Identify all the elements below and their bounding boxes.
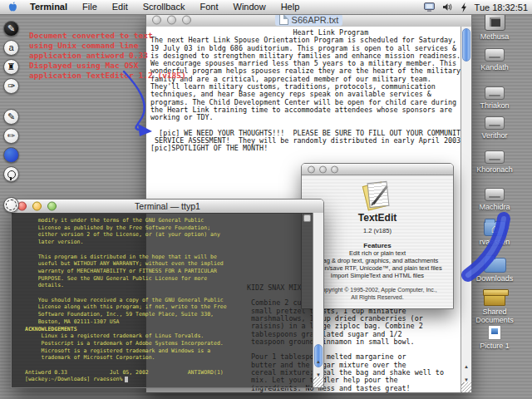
desktop-icon-kandath[interactable]: Kandath	[463, 48, 526, 71]
desktop-icon-downloads[interactable]: Downloads	[463, 258, 526, 283]
close-button-inactive[interactable]	[152, 15, 161, 24]
terminal-window-title: Terminal — ttyp1	[135, 201, 200, 211]
terminal-titlebar[interactable]: Terminal — ttyp1	[12, 200, 323, 214]
menu-clock[interactable]: Tue 18:32:51	[475, 2, 528, 12]
home-folder-icon: ⌂	[484, 221, 506, 236]
menu-window[interactable]: Window	[226, 0, 273, 14]
features-title: Features	[302, 242, 453, 249]
hard-drive-icon	[485, 116, 505, 130]
image-file-icon	[488, 325, 501, 340]
textedit-scrollbar-thumb[interactable]	[462, 28, 470, 62]
hard-drive-icon	[485, 86, 505, 100]
terminal-widget-button[interactable]	[303, 214, 311, 222]
pencil-tool-icon[interactable]: ✏	[3, 128, 19, 144]
annotation-toolbar: ✎ a ♜ ✑ ✎ ✏	[3, 21, 19, 216]
document-icon	[279, 14, 288, 25]
terminal-text-area[interactable]: modify it under the terms of the GNU Gen…	[12, 213, 313, 387]
menu-font[interactable]: Font	[192, 0, 225, 14]
feature-item: Edit rich or plain text	[302, 249, 453, 257]
desktop-icon-methusa[interactable]: Methusa	[463, 13, 526, 41]
marker-tool-icon[interactable]: ✎	[3, 21, 19, 37]
terminal-resize-grip[interactable]	[313, 377, 323, 387]
desktop-icon-rvaessen[interactable]: ⌂ rvaessen	[463, 221, 526, 246]
desktop-icon-verithor[interactable]: Verithor	[463, 116, 526, 140]
hard-drive-icon	[485, 48, 505, 62]
volume-icon[interactable]	[442, 2, 453, 12]
color-swatch-blue-icon[interactable]	[3, 147, 19, 163]
power-icon[interactable]	[461, 2, 467, 12]
scroll-up-arrow-icon[interactable]: ▲	[464, 364, 469, 369]
zoom-button[interactable]	[47, 202, 57, 211]
menu-bar: Terminal File Edit Scrollback Font Windo…	[0, 0, 532, 15]
app-version: 1.2 (v185)	[302, 227, 453, 234]
close-button-inactive[interactable]	[308, 165, 315, 173]
hard-drive-icon	[485, 188, 505, 201]
terminal-scrollbar[interactable]: ▲ ▼	[313, 213, 323, 387]
minimize-button-inactive[interactable]	[167, 15, 176, 24]
removable-disk-icon	[485, 13, 505, 31]
apple-logo-icon	[7, 2, 17, 12]
desktop-icon-khoronach[interactable]: Khoronach	[463, 150, 526, 174]
window-title-chip: S66APR.txt	[275, 14, 343, 26]
feature-item: Drag & drop text, graphics, and attachme…	[302, 257, 453, 264]
annotation-note: Document converted to text using Unix co…	[29, 31, 186, 81]
about-content: TextEdit 1.2 (v185) Features Edit rich o…	[302, 175, 453, 308]
minimize-button-inactive[interactable]	[319, 165, 327, 173]
menu-file[interactable]: File	[75, 0, 105, 14]
about-titlebar[interactable]	[302, 164, 453, 175]
terminal-prompt: [wackey:~/Downloads] rvaessen%	[25, 376, 122, 383]
terminal-output-top: modify it under the terms of the GNU Gen…	[25, 217, 309, 326]
terminal-cursor	[125, 377, 128, 382]
textedit-scrollbar[interactable]: ▲ ▼	[461, 27, 471, 392]
desktop-icon-picture-1[interactable]: Picture 1	[463, 325, 526, 350]
hard-drive-icon	[485, 150, 505, 164]
menu-scrollback[interactable]: Scrollback	[135, 0, 193, 14]
desktop: Terminal File Edit Scrollback Font Windo…	[0, 0, 532, 399]
menu-help[interactable]: Help	[273, 0, 308, 14]
displays-icon[interactable]	[424, 2, 435, 12]
feature-item: Import SimpleText and HTML files	[302, 272, 453, 279]
pen-nib-tool-icon[interactable]: ✑	[3, 78, 19, 94]
scroll-up-arrow-icon[interactable]: ▲	[316, 359, 321, 364]
rights-line: All Rights Reserved.	[302, 294, 453, 302]
app-name: TextEdit	[302, 212, 453, 224]
textedit-window-title: S66APR.txt	[292, 15, 339, 25]
menu-terminal[interactable]: Terminal	[22, 0, 75, 14]
feature-item: Open/save RTF, Unicode™, and plain text …	[302, 264, 453, 272]
minimize-button[interactable]	[32, 202, 42, 211]
terminal-window: Terminal — ttyp1 modify it under the ter…	[11, 199, 324, 388]
stamp-tool-icon[interactable]: ♜	[3, 59, 19, 75]
selection-tool-icon[interactable]	[3, 197, 19, 213]
magnifier-tool-icon[interactable]	[3, 166, 19, 182]
package-box-icon	[484, 293, 505, 306]
terminal-ack-heading: ACKNOWLEDGEMENTS	[25, 326, 309, 333]
desktop-icon-machidra[interactable]: Machidra	[463, 188, 526, 211]
text-tool-icon[interactable]: a	[3, 40, 19, 56]
folder-icon	[484, 258, 506, 273]
desktop-icon-thriakon[interactable]: Thriakon	[463, 86, 526, 110]
apple-menu[interactable]	[0, 2, 22, 12]
desktop-icon-shared-documents[interactable]: Shared Documents	[463, 293, 526, 324]
textedit-app-icon	[361, 180, 394, 210]
line-pen-tool-icon[interactable]: ✎	[3, 109, 19, 125]
zoom-button-inactive[interactable]	[331, 165, 338, 173]
menu-edit[interactable]: Edit	[105, 0, 135, 14]
zoom-button-inactive[interactable]	[182, 15, 191, 24]
terminal-output-bottom: Linux is a registered trademark of Linus…	[25, 332, 309, 376]
textedit-resize-grip[interactable]	[461, 382, 471, 392]
copyright-line: Copyright © 1995-2002, Apple Computer, I…	[302, 287, 453, 294]
